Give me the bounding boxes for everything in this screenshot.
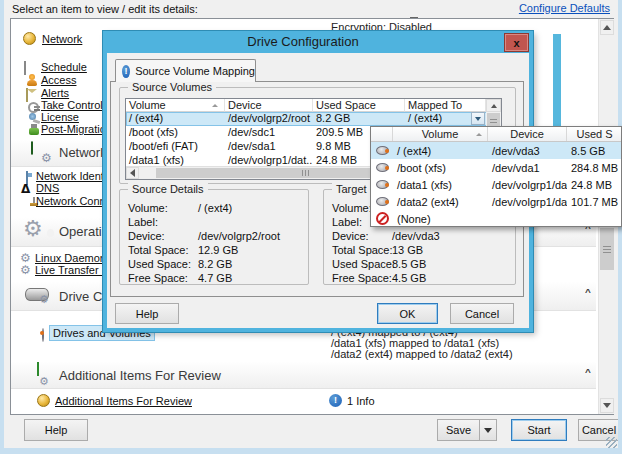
volume-disk-icon: [376, 180, 389, 189]
table-scroll-up-button[interactable]: [486, 99, 501, 112]
review-list-icon: [37, 362, 39, 376]
source-used-value: 8.2 GB: [198, 258, 232, 270]
table-vscroll-grip: [490, 119, 497, 125]
sidebar-item-additional-items[interactable]: Additional Items For Review: [55, 395, 192, 407]
target-free-value: 4.5 GB: [392, 272, 426, 284]
column-volume[interactable]: Volume: [126, 99, 225, 112]
cell-device: /dev/sda1: [225, 140, 313, 154]
mapped-to-dropdown-list: Volume Device Used S / (ext4) /dev/vda3 …: [370, 126, 622, 227]
sidebar-item-schedule[interactable]: Schedule: [41, 61, 87, 73]
scroll-thumb[interactable]: [600, 228, 614, 270]
target-total-value: 13 GB: [392, 244, 423, 256]
alerts-icon: [26, 88, 28, 102]
column-device[interactable]: Device: [225, 99, 313, 112]
cell-volume: /boot (xfs): [126, 126, 225, 140]
dropdown-column-used[interactable]: Used S: [567, 127, 622, 141]
info-badge-icon: !: [329, 394, 342, 407]
sidebar-item-network[interactable]: Network: [42, 33, 82, 45]
dropdown-option-data1[interactable]: /data1 (xfs) /dev/volgrp1/data 24.8 MB: [371, 176, 621, 193]
dropdown-option-root[interactable]: / (ext4) /dev/vda3 8.5 GB: [371, 142, 621, 159]
configure-defaults-link[interactable]: Configure Defaults: [519, 2, 610, 14]
sidebar-item-license[interactable]: License: [41, 111, 79, 123]
info-badge-text: 1 Info: [347, 395, 375, 407]
dialog-title: Drive Configuration: [103, 34, 503, 49]
field-label: Label:: [128, 216, 158, 228]
cell-used: 8.2 GB: [313, 112, 405, 126]
dropdown-sort-asc-icon: [476, 133, 482, 136]
sidebar-item-take-control[interactable]: Take Control: [41, 99, 103, 111]
sidebar-item-linux-daemons[interactable]: Linux Daemons: [35, 252, 111, 264]
column-used-space[interactable]: Used Space: [313, 99, 405, 112]
cell-mapped-to-combo[interactable]: / (ext4): [405, 112, 486, 126]
sidebar-item-network-identity[interactable]: Network Identi: [36, 170, 106, 182]
sidebar-item-dns[interactable]: DNS: [36, 182, 59, 194]
tab-source-volume-mapping[interactable]: ! Source Volume Mapping: [115, 59, 256, 82]
scroll-thumb-grip: [603, 246, 611, 253]
save-split-button[interactable]: Save: [437, 419, 497, 441]
option-device: /dev/vda3: [488, 143, 567, 159]
dropdown-column-device[interactable]: Device: [488, 127, 567, 141]
dropdown-option-data2[interactable]: /data2 (ext4) /dev/volgrp1/data 101.7 MB: [371, 193, 621, 210]
resize-grip[interactable]: [606, 437, 617, 448]
collapse-additional-section-icon[interactable]: ^: [585, 368, 591, 377]
option-device: /dev/volgrp1/data: [488, 177, 567, 193]
option-volume: /data2 (ext4): [393, 194, 488, 210]
none-prohibited-icon: [376, 212, 389, 225]
dialog-ok-button[interactable]: OK: [377, 303, 438, 324]
sidebar-item-alerts[interactable]: Alerts: [41, 87, 69, 99]
scroll-up-button[interactable]: [600, 20, 614, 35]
source-volumes-legend: Source Volumes: [128, 81, 216, 93]
save-dropdown-button[interactable]: [479, 420, 496, 440]
column-mapped-to[interactable]: Mapped To: [405, 99, 486, 112]
option-device: /dev/volgrp1/data: [488, 194, 567, 210]
dialog-cancel-button[interactable]: Cancel: [450, 303, 514, 324]
table-scroll-up-icon: [491, 104, 497, 108]
source-volume-value: / (ext4): [198, 202, 232, 214]
field-label: Device:: [332, 230, 369, 242]
review-gear-icon: ⚙: [39, 376, 49, 387]
mapped-to-value: / (ext4): [408, 112, 442, 124]
save-button[interactable]: Save: [438, 420, 479, 440]
dropdown-icon-column: [371, 127, 393, 141]
drive-gear-icon: ⚙: [39, 294, 49, 305]
combo-arrow-icon: [475, 117, 481, 121]
network-card-icon: [31, 141, 33, 155]
target-used-value: 8.5 GB: [392, 258, 426, 270]
option-volume: / (ext4): [393, 143, 488, 159]
dialog-help-button[interactable]: Help: [115, 303, 179, 324]
option-used: 101.7 MB: [567, 194, 622, 210]
network-card-gear-icon: ⚙: [41, 152, 52, 164]
sidebar-item-live-transfer[interactable]: Live Transfer D: [35, 264, 110, 276]
field-label: Label:: [332, 216, 362, 228]
close-icon[interactable]: x: [504, 33, 529, 52]
section-additional-items-label: Additional Items For Review: [59, 368, 221, 383]
collapse-drive-section-icon[interactable]: ^: [585, 288, 591, 297]
background-accent-bar: [553, 34, 561, 129]
target-device-value: /dev/vda3: [392, 230, 440, 242]
source-free-value: 4.7 GB: [198, 272, 232, 284]
option-device: /dev/vda1: [488, 160, 567, 176]
app-window: Select an item to view / edit its detail…: [0, 0, 622, 454]
table-row-root[interactable]: / (ext4) /dev/volgrp2/root 8.2 GB / (ext…: [126, 112, 501, 126]
dropdown-header-row: Volume Device Used S: [371, 127, 621, 142]
source-total-value: 12.9 GB: [198, 244, 238, 256]
scroll-down-arrow-icon: [603, 403, 611, 408]
option-volume: /boot (xfs): [393, 160, 488, 176]
mapped-to-dropdown-button[interactable]: [471, 112, 485, 125]
sidebar-item-network-connections[interactable]: Network Conne: [36, 195, 112, 207]
sidebar-item-access[interactable]: Access: [41, 74, 76, 86]
start-button[interactable]: Start: [511, 419, 567, 441]
live-transfer-icon: ⚙: [20, 264, 31, 276]
scroll-down-button[interactable]: [600, 398, 614, 413]
save-dropdown-arrow-icon: [484, 428, 492, 433]
field-label: Volume:: [332, 202, 372, 214]
help-button[interactable]: Help: [24, 419, 88, 441]
table-header-row: Volume Device Used Space Mapped To: [126, 99, 501, 112]
field-label: Volume:: [128, 202, 168, 214]
sidebar-item-post-migration[interactable]: Post-Migration: [41, 123, 112, 135]
dropdown-column-volume[interactable]: Volume: [393, 127, 488, 141]
dropdown-option-none[interactable]: (None): [371, 210, 621, 227]
table-scroll-left-button[interactable]: [126, 167, 139, 179]
dns-icon: Δ: [21, 183, 30, 195]
dropdown-option-boot[interactable]: /boot (xfs) /dev/vda1 284.8 MB: [371, 159, 621, 176]
